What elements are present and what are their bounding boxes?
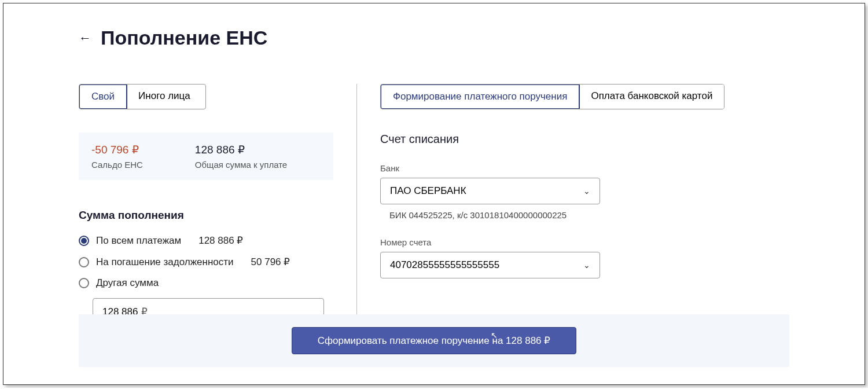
bank-select-value: ПАО СБЕРБАНК — [390, 185, 466, 197]
chevron-down-icon: ⌄ — [583, 186, 590, 196]
form-payment-order-button[interactable]: Сформировать платежное поручение на 128 … — [292, 327, 577, 354]
balance-total-label: Общая сумма к уплате — [195, 160, 287, 170]
window: ← Пополнение ЕНС Свой Иного лица -50 796… — [3, 3, 865, 385]
page-header: ← Пополнение ЕНС — [79, 27, 789, 49]
bank-select[interactable]: ПАО СБЕРБАНК ⌄ — [380, 178, 600, 204]
radio-debt[interactable]: На погашение задолженности 50 796 ₽ — [79, 256, 333, 268]
tab-bank-card[interactable]: Оплата банковской картой — [579, 85, 724, 109]
chevron-down-icon: ⌄ — [583, 260, 590, 270]
radio-label: По всем платежам — [96, 235, 181, 247]
balance-total-value: 128 886 ₽ — [195, 143, 287, 156]
tab-own[interactable]: Свой — [79, 84, 127, 109]
radio-label: Другая сумма — [96, 277, 159, 289]
left-column: Свой Иного лица -50 796 ₽ Сальдо ЕНС 128… — [79, 84, 356, 325]
page-title: Пополнение ЕНС — [101, 27, 267, 49]
radio-amount: 50 796 ₽ — [251, 256, 290, 268]
account-select-value: 40702855555555555555 — [390, 259, 499, 271]
radio-icon — [79, 257, 89, 267]
radio-label: На погашение задолженности — [96, 256, 234, 268]
back-arrow-icon[interactable]: ← — [79, 31, 91, 46]
payment-method-tabs: Формирование платежного поручения Оплата… — [380, 84, 724, 109]
balance-negative-label: Сальдо ЕНС — [91, 160, 143, 170]
radio-all-payments[interactable]: По всем платежам 128 886 ₽ — [79, 234, 333, 247]
bank-field-label: Банк — [380, 163, 789, 173]
balance-negative-value: -50 796 ₽ — [91, 143, 143, 156]
tab-other-person[interactable]: Иного лица — [127, 85, 202, 109]
payer-tabs: Свой Иного лица — [79, 84, 206, 109]
amount-section-title: Сумма пополнения — [79, 209, 333, 222]
radio-amount: 128 886 ₽ — [198, 234, 243, 247]
account-field-label: Номер счета — [380, 237, 789, 247]
radio-icon — [79, 236, 89, 246]
debit-account-title: Счет списания — [380, 133, 789, 146]
radio-icon — [79, 278, 89, 288]
account-select[interactable]: 40702855555555555555 ⌄ — [380, 252, 600, 278]
footer-bar: Сформировать платежное поручение на 128 … — [79, 314, 789, 367]
right-column: Формирование платежного поручения Оплата… — [357, 84, 789, 325]
content-columns: Свой Иного лица -50 796 ₽ Сальдо ЕНС 128… — [79, 84, 789, 325]
tab-payment-order[interactable]: Формирование платежного поручения — [380, 84, 580, 109]
radio-other[interactable]: Другая сумма — [79, 277, 333, 289]
balance-summary: -50 796 ₽ Сальдо ЕНС 128 886 ₽ Общая сум… — [79, 133, 333, 180]
balance-item-saldo: -50 796 ₽ Сальдо ЕНС — [91, 143, 143, 170]
bank-details-text: БИК 044525225, к/с 30101810400000000225 — [389, 210, 789, 220]
balance-item-total: 128 886 ₽ Общая сумма к уплате — [195, 143, 287, 170]
